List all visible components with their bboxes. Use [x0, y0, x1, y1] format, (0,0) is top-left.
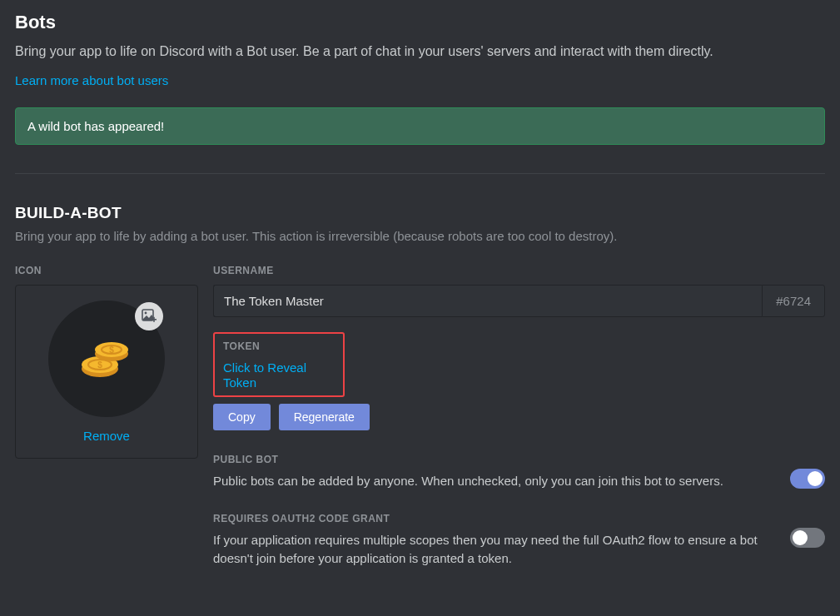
svg-text:$: $ [97, 360, 102, 370]
svg-text:$: $ [109, 345, 114, 355]
public-bot-desc: Public bots can be added by anyone. When… [213, 472, 767, 491]
image-add-icon [142, 309, 157, 324]
token-label: TOKEN [223, 340, 335, 352]
svg-point-9 [145, 312, 147, 315]
icon-box: $ $ Remove [15, 285, 198, 459]
page-title: Bots [15, 12, 825, 33]
page-subtitle: Bring your app to life on Discord with a… [15, 42, 825, 62]
username-label: USERNAME [213, 265, 825, 276]
username-discriminator: #6724 [762, 285, 825, 317]
regenerate-button[interactable]: Regenerate [279, 404, 370, 430]
coins-icon: $ $ [77, 329, 137, 389]
alert-success: A wild bot has appeared! [15, 107, 825, 145]
username-input[interactable] [213, 285, 762, 317]
icon-label: ICON [15, 265, 198, 276]
public-bot-toggle[interactable] [790, 469, 825, 489]
remove-icon-link[interactable]: Remove [83, 429, 130, 443]
svg-rect-11 [153, 317, 155, 322]
upload-image-button[interactable] [135, 302, 163, 330]
build-title: BUILD-A-BOT [15, 204, 825, 222]
learn-more-link[interactable]: Learn more about bot users [15, 73, 168, 87]
reveal-token-link[interactable]: Click to Reveal Token [223, 360, 306, 390]
copy-button[interactable]: Copy [213, 404, 271, 430]
divider [15, 173, 825, 174]
oauth2-title: REQUIRES OAUTH2 CODE GRANT [213, 513, 767, 524]
oauth2-desc: If your application requires multiple sc… [213, 531, 767, 569]
token-highlight-box: TOKEN Click to Reveal Token [213, 332, 345, 397]
public-bot-title: PUBLIC BOT [213, 454, 767, 465]
build-subtitle: Bring your app to life by adding a bot u… [15, 229, 825, 243]
oauth2-toggle[interactable] [790, 528, 825, 548]
